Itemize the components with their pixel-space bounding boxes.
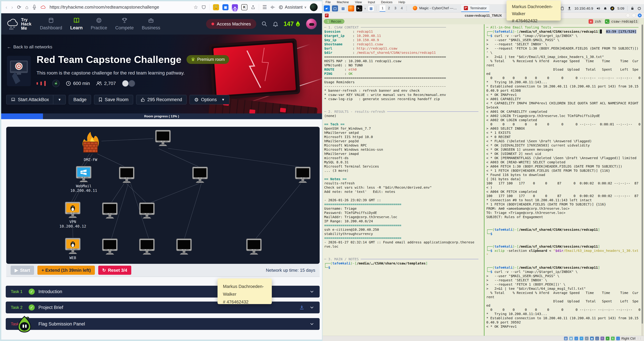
thm-logo[interactable]: 10 10 0101 TryHackMe [6, 17, 32, 31]
task-row-2[interactable]: Task 2 ✓ Project Brief [6, 301, 320, 313]
harddisk-icon[interactable]: ▤ [564, 336, 568, 340]
sidebars-icon[interactable]: ☰ [262, 5, 267, 10]
thm-user-avatar[interactable] [306, 18, 317, 30]
audio-icon[interactable]: ♪ [574, 336, 578, 340]
network-extend-button[interactable]: + Extend (1h 39min left) [38, 266, 95, 275]
options-button[interactable]: ⚙ Options ▼ [190, 95, 229, 104]
chevron-down-icon[interactable] [309, 305, 314, 310]
forward-icon[interactable]: › [11, 5, 13, 10]
chevron-down-icon[interactable]: ▼ [56, 98, 61, 102]
nav-item-compete[interactable]: Compete [115, 18, 134, 31]
back-icon[interactable]: ‹ [6, 5, 7, 10]
start-attackbox-button[interactable]: Start AttackBox ▼ [6, 95, 66, 104]
browser-profile-avatar[interactable] [310, 3, 318, 11]
save-room-button[interactable]: Save Room [94, 95, 133, 104]
bookmark-star-icon[interactable]: ☆ [194, 5, 198, 10]
tmux-session[interactable]: ─ 1. CSAW CONTEXT ──────────────────────… [322, 24, 644, 336]
network-node-m3[interactable] [191, 167, 209, 184]
extension-blue-icon[interactable]: ▣ [222, 4, 228, 10]
menu-machine[interactable]: Machine [337, 0, 349, 4]
network-node-m10[interactable] [245, 238, 263, 256]
clipboard-icon[interactable]: ⎘ [600, 336, 604, 340]
taskbar-window-cyberchef[interactable]: Magic - CyberChef —… [410, 5, 460, 12]
minimize-button[interactable] [626, 14, 630, 17]
network-tray-icon[interactable] [567, 7, 572, 11]
display-icon[interactable]: ▢ [595, 336, 599, 340]
workspace-3[interactable]: 3 [392, 5, 398, 12]
network-node-m2[interactable] [118, 167, 136, 184]
download-icon[interactable] [299, 305, 304, 310]
microphone-icon[interactable] [32, 5, 36, 10]
back-to-networks-link[interactable]: ←Back to all networks [7, 44, 52, 50]
network-node-web[interactable]: WEB [64, 238, 82, 260]
menu-input[interactable]: Input [368, 0, 375, 4]
sync-icon[interactable]: ⇅ [611, 336, 615, 340]
menu-help[interactable]: Help [398, 0, 405, 4]
clipboard-tray-icon[interactable] [560, 7, 564, 11]
nav-item-dashboard[interactable]: Dashboard [40, 18, 62, 31]
maximize-button[interactable] [632, 14, 636, 17]
network-node-m8[interactable] [138, 238, 156, 256]
nav-item-learn[interactable]: Learn [70, 18, 83, 31]
tmux-pane-left[interactable]: ─ 1. CSAW CONTEXT ──────────────────────… [324, 25, 483, 336]
notification-bell-tray-icon[interactable] [603, 7, 607, 11]
lock-screen-icon[interactable] [630, 7, 634, 11]
assistant-menu[interactable]: Assistant ∨ [279, 5, 306, 10]
menu-file[interactable]: File [326, 0, 331, 4]
optical-disc-icon[interactable]: ◉ [569, 336, 573, 340]
volume-tray-icon[interactable] [596, 7, 600, 11]
chevron-down-icon[interactable] [309, 289, 314, 294]
terminal-app-icon[interactable]: >_ [356, 6, 362, 12]
terminator-titlebar[interactable]: csaw-redcap11_TMUX ✕ [322, 13, 644, 19]
waveform-icon[interactable] [270, 5, 275, 10]
files-app-icon[interactable]: ▢ [332, 6, 338, 12]
taskbar-window-terminator[interactable]: Terminator [461, 5, 489, 12]
workspace-2[interactable]: 2 [386, 5, 392, 12]
network-node-dmz-fw[interactable]: DMZ-FW [79, 131, 102, 162]
network-node-m1[interactable] [154, 130, 172, 147]
network-node-m9[interactable] [175, 238, 193, 256]
shared-folder-icon[interactable]: ▣ [590, 336, 594, 340]
chevron-down-icon[interactable] [309, 321, 314, 327]
network-node-m4[interactable] [294, 167, 312, 184]
home-icon[interactable]: ⌂ [25, 5, 28, 10]
reload-icon[interactable]: ⟳ [17, 5, 21, 10]
notes-app-icon[interactable]: ▥ [368, 6, 374, 12]
network-reset-button[interactable]: ↻Reset 3/4 [98, 266, 131, 275]
network-node-m6[interactable] [138, 202, 156, 220]
workspace-4[interactable]: 4 [399, 5, 404, 12]
menu-devices[interactable]: Devices [381, 0, 392, 4]
tmux-window-tab[interactable]: 1 Recon [324, 19, 344, 24]
task-row-3[interactable]: Task 3 Flag Submission Panel [6, 318, 320, 330]
kali-menu-icon[interactable] [324, 6, 330, 12]
extension-shield-icon[interactable]: ▲26 [232, 4, 238, 10]
chevron-down-icon[interactable]: ∨ [364, 7, 366, 10]
task-row-1[interactable]: Task 1 ✓ Introduction [6, 286, 320, 297]
network-start-button[interactable]: ▶Start [10, 266, 34, 275]
pocket-icon[interactable] [201, 5, 206, 10]
workspace-1[interactable]: 1 [380, 5, 385, 12]
keyboard-indicator-icon[interactable]: A [606, 336, 610, 340]
network-node-m7[interactable] [100, 238, 119, 256]
url-text[interactable]: https://tryhackme.com/room/redteamcapsto… [50, 5, 159, 10]
share-icon[interactable] [251, 5, 256, 10]
tmux-pane-divider[interactable] [484, 24, 484, 336]
extension-lock-icon[interactable]: 🔒 [213, 4, 219, 10]
folder-app-icon[interactable]: ▤ [340, 6, 346, 12]
network-node-vpn[interactable]: VPN10.200.40.12 [60, 202, 86, 229]
network-diagram[interactable]: DMZ-FW WebMail10.200.40.11 [6, 127, 320, 264]
power-manager-tray-icon[interactable]: ⚡ [610, 7, 614, 11]
network-node-webmail[interactable]: WebMail10.200.40.11 [70, 166, 97, 193]
usb-icon[interactable]: ⌁ [585, 336, 588, 340]
extension-k-icon[interactable]: K [241, 4, 247, 10]
tray-clock[interactable]: 5:09 [618, 7, 624, 11]
network-node-m5[interactable] [100, 202, 119, 220]
firefox-app-icon[interactable] [348, 6, 354, 12]
search-icon[interactable] [261, 21, 268, 27]
terminal-scrollbar[interactable] [641, 24, 643, 336]
download-indicator-icon[interactable]: ↓ [616, 336, 620, 340]
streak-counter[interactable]: 147 [284, 21, 301, 28]
access-machines-button[interactable]: Access Machines [206, 19, 256, 29]
nav-item-business[interactable]: Business [142, 18, 160, 31]
nav-item-practice[interactable]: Practice [91, 18, 107, 31]
